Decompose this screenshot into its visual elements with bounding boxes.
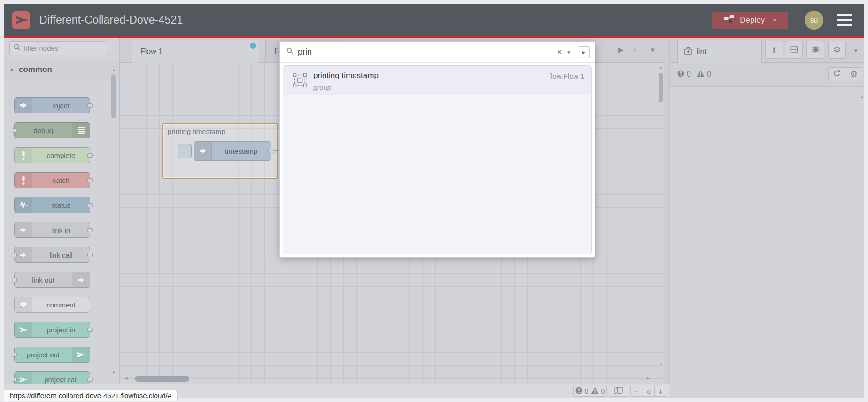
flow-list-caret-icon[interactable]: ▾ [651, 46, 655, 54]
palette-node-inject[interactable]: inject [14, 97, 90, 113]
inject-arrow-icon [194, 142, 212, 160]
deploy-button[interactable]: Deploy ▾ [712, 12, 788, 29]
result-type: group [313, 83, 331, 91]
exclamation-icon [15, 173, 32, 188]
lint-kit-icon [684, 47, 692, 57]
search-input-row: × ▾ ▸ [280, 42, 595, 63]
search-clear-icon[interactable]: × [554, 47, 565, 57]
flowfuse-logo-icon [12, 11, 30, 29]
canvas-vscrollbar-thumb[interactable] [659, 73, 663, 102]
search-icon [287, 47, 294, 56]
sidebar-tab-help[interactable] [785, 41, 803, 59]
inject-trigger-button[interactable] [178, 144, 192, 158]
palette-node-label: link out [15, 272, 72, 287]
palette-node-link-in[interactable]: link in [14, 222, 90, 238]
sidebar-tabs-caret-icon[interactable]: ▾ [854, 47, 858, 54]
tab-flow-1[interactable]: Flow 1 [132, 40, 259, 63]
book-icon [790, 45, 798, 55]
main-menu-button[interactable] [837, 13, 852, 28]
input-port [12, 128, 17, 133]
pulse-icon [15, 197, 32, 213]
output-port [87, 228, 93, 232]
user-avatar[interactable]: su [805, 11, 823, 30]
flow-modified-dot [250, 43, 256, 49]
palette-scroll-down-icon[interactable]: ▾ [112, 370, 115, 376]
zoom-reset-button[interactable]: ○ [643, 386, 655, 396]
palette-category-common[interactable]: ▾ common [4, 59, 119, 80]
lint-error-count: 0 [677, 70, 691, 79]
result-title: printing timestamp [313, 71, 379, 80]
palette-node-label: status [32, 197, 90, 213]
output-port [87, 253, 93, 257]
search-input[interactable] [298, 47, 554, 57]
zoom-out-button[interactable]: − [631, 386, 643, 396]
palette-node-label: link call [32, 247, 90, 262]
zoom-in-button[interactable]: + [654, 386, 666, 396]
palette-filter [4, 38, 119, 59]
group-label: printing timestamp [163, 124, 277, 135]
palette-node-project-in[interactable]: project in [14, 322, 90, 338]
canvas-hscrollbar-thumb[interactable] [135, 376, 189, 382]
canvas-notification-counts[interactable]: 0 0 [573, 386, 607, 397]
output-port [87, 153, 93, 158]
palette-scrollbar-thumb[interactable] [111, 74, 116, 118]
palette-node-complete[interactable]: complete [14, 147, 90, 163]
browser-status-url: https://different-collared-dove-4521.flo… [4, 390, 178, 401]
canvas-scroll-left-icon[interactable]: ◂ [124, 374, 128, 381]
result-location: flow:Flow 1 [549, 72, 584, 80]
search-dialog: × ▾ ▸ printing timestamp flow:Flow 1 gro… [279, 41, 595, 258]
output-port [87, 178, 93, 182]
search-result-row[interactable]: printing timestamp flow:Flow 1 group [283, 66, 591, 95]
palette-node-link-out[interactable]: link out [14, 272, 90, 288]
add-flow-button[interactable]: + [633, 46, 637, 54]
search-icon [14, 44, 21, 53]
palette-node-project-out[interactable]: project out [14, 347, 90, 363]
palette-node-label: project out [15, 347, 72, 362]
output-port [87, 103, 93, 108]
link-arrow-icon [72, 272, 90, 287]
palette-scroll-up-icon[interactable]: ▴ [112, 67, 115, 73]
canvas-scroll-right-icon[interactable]: ▸ [647, 374, 650, 381]
palette-node-comment[interactable]: comment [14, 297, 90, 313]
error-icon [677, 70, 684, 79]
link-arrow-icon [15, 247, 32, 262]
search-options-button[interactable]: ▸ [578, 46, 590, 58]
sidebar-tab-lint[interactable]: lint [677, 40, 762, 63]
palette-node-label: catch [32, 173, 90, 188]
palette-filter-input[interactable] [24, 44, 94, 52]
sidebar-tab-debug[interactable] [806, 41, 824, 59]
chevron-down-icon: ▾ [10, 66, 13, 73]
input-port [12, 278, 17, 282]
lint-refresh-button[interactable] [829, 68, 845, 81]
search-history-caret-icon[interactable]: ▾ [565, 49, 573, 55]
instance-title: Different-Collared-Dove-4521 [39, 14, 712, 26]
sidebar-tab-bar: lint i ⚙ ▾ [670, 38, 864, 63]
canvas-scroll-down-icon[interactable]: ▾ [660, 361, 662, 366]
navigator-button[interactable] [609, 386, 628, 397]
deploy-label: Deploy [740, 16, 765, 25]
palette-node-status[interactable]: status [14, 197, 90, 213]
palette-node-debug[interactable]: debug [14, 122, 90, 138]
lint-settings-button[interactable]: ⚙ [845, 68, 862, 81]
node-red-editor: Different-Collared-Dove-4521 Deploy ▾ su… [4, 4, 864, 398]
inject-arrow-icon [15, 98, 32, 113]
palette-node-link-call[interactable]: link call [14, 247, 90, 263]
palette-node-label: link in [32, 222, 90, 237]
link-arrow-icon [15, 222, 32, 237]
sidebar-scroll-up-icon[interactable]: ▴ [861, 94, 863, 99]
sidebar-splitter[interactable] [664, 38, 670, 398]
gear-icon: ⚙ [833, 45, 841, 55]
deploy-options-caret-icon[interactable]: ▾ [773, 16, 776, 24]
lint-toolbar: 0 0 ⚙ [670, 63, 864, 87]
sidebar-tab-info[interactable]: i [765, 41, 783, 59]
lint-results-panel: ▴ [670, 87, 864, 397]
output-port [87, 203, 93, 207]
palette-node-label: debug [15, 123, 72, 138]
palette-node-catch[interactable]: catch [14, 172, 90, 188]
input-port [12, 253, 17, 257]
warning-icon [697, 70, 705, 79]
tab-scroll-right-icon[interactable]: ▶ [618, 46, 624, 54]
canvas-scroll-up-icon[interactable]: ▴ [660, 64, 662, 70]
inject-node-timestamp[interactable]: timestamp [194, 141, 271, 161]
sidebar-tab-config[interactable]: ⚙ [828, 41, 846, 59]
